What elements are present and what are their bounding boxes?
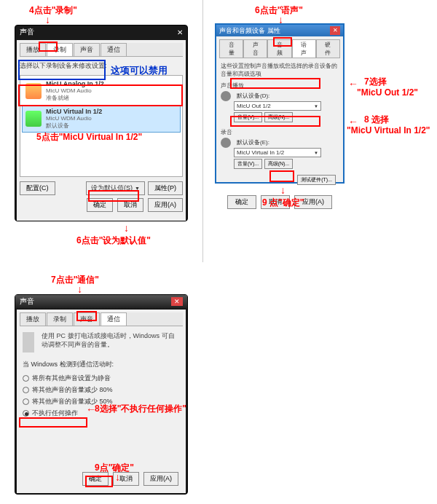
sound-dialog-record: 声音 ✕ 播放 录制 声音 通信 选择以下录制设备来修改设置: MicU Ana… — [15, 25, 188, 221]
tab-volume[interactable]: 音量 — [219, 39, 243, 58]
radio-mute-all[interactable]: 将所有其他声音设置为静音 — [23, 374, 180, 383]
default-device-label: 默认设备(D): — [237, 92, 269, 100]
arrow-down-icon: ↓ — [77, 284, 82, 294]
test-hardware-button[interactable]: 测试硬件(T)... — [297, 175, 336, 185]
annotation-6a: 6点击"设为默认值" — [76, 235, 151, 247]
advanced-button[interactable]: 高级(N)... — [264, 159, 294, 169]
volume-button[interactable]: 音量(V)... — [234, 159, 262, 169]
ok-button[interactable]: 确定 — [227, 195, 256, 209]
annotation-8a: 8选择"不执行任何操作" — [95, 403, 186, 415]
window-title: 声音 — [20, 27, 34, 37]
device-name: MicU Virtual In 1/2 — [46, 108, 102, 115]
recording-group: 录音 默认设备(E): MicU Virtual In 1/2▼ 音量(V)..… — [221, 128, 339, 169]
close-icon[interactable]: ✕ — [177, 28, 183, 36]
arrow-down-icon: ↓ — [280, 185, 286, 195]
annotation-disable: 这项可以禁用 — [111, 64, 168, 77]
arrow-down-icon: ↓ — [124, 223, 129, 233]
annotation-7c: "MicU Out 1/2" — [357, 87, 418, 98]
device-icon — [25, 111, 42, 127]
default-device-label: 默认设备(E): — [237, 138, 269, 146]
speaker-icon — [221, 91, 231, 101]
annotation-8c: "MicU Virtual In 1/2" — [347, 125, 430, 135]
tab-comm[interactable]: 通信 — [101, 43, 127, 56]
annotation-7b: 7选择 — [364, 76, 387, 88]
tab-sounds[interactable]: 声音 — [243, 39, 267, 58]
chevron-down-icon: ▼ — [314, 151, 318, 155]
apply-button[interactable]: 应用(A) — [148, 198, 183, 212]
annotation-8b: 8 选择 — [364, 114, 389, 126]
tab-record[interactable]: 录制 — [47, 312, 73, 326]
apply-button[interactable]: 应用(A) — [143, 472, 178, 486]
device-status: 默认设备 — [46, 122, 102, 130]
desc-text: 使用 PC 拨打电话或接电话时，Windows 可自动调整不同声音的音量。 — [42, 332, 180, 353]
tab-playback[interactable]: 播放 — [20, 312, 46, 326]
annotation-5: 5点击"MicU Virtual In 1/2" — [36, 131, 142, 143]
window-title: 声音和音频设备 属性 — [219, 26, 280, 36]
window-title: 声音 — [20, 296, 34, 307]
mic-icon — [221, 138, 231, 148]
annotation-4: 4点击"录制" — [29, 4, 77, 17]
tab-sound[interactable]: 声音 — [74, 43, 100, 56]
chevron-down-icon: ▼ — [314, 104, 318, 109]
device-sub: MicU WDM Audio — [46, 115, 102, 122]
arrow-down-icon: ↓ — [115, 472, 120, 482]
tab-hardware[interactable]: 硬件 — [316, 39, 340, 58]
dialog-description: 这些设置控制声音播放或您选择的录音设备的音量和高级选项 — [221, 62, 339, 78]
annotation-9a: 9 点"确定" — [262, 197, 304, 209]
configure-button[interactable]: 配置(C) — [20, 181, 55, 195]
playback-device-select[interactable]: MicU Out 1/2▼ — [234, 101, 321, 111]
tab-comm[interactable]: 通信 — [101, 312, 127, 326]
arrow-down-icon: ↓ — [45, 15, 50, 25]
radio-reduce-80[interactable]: 将其他声音的音量减少 80% — [23, 385, 180, 395]
properties-button[interactable]: 属性(P) — [148, 181, 183, 195]
sound-audio-properties-dialog: 声音和音频设备 属性 ✕ 音量 声音 音频 语声 硬件 这些设置控制声音播放或您… — [215, 23, 345, 184]
question-text: 当 Windows 检测到通信活动时: — [23, 360, 180, 369]
phone-icon — [23, 332, 34, 353]
tab-voice[interactable]: 语声 — [292, 39, 316, 58]
device-item-virtual[interactable]: MicU Virtual In 1/2 MicU WDM Audio 默认设备 — [22, 105, 181, 133]
close-icon[interactable]: ✕ — [330, 26, 340, 35]
recording-device-select[interactable]: MicU Virtual In 1/2▼ — [234, 148, 321, 157]
close-icon[interactable]: ✕ — [171, 297, 183, 306]
group-label: 录音 — [221, 128, 339, 136]
annotation-7a: 7点击"通信" — [51, 274, 99, 286]
